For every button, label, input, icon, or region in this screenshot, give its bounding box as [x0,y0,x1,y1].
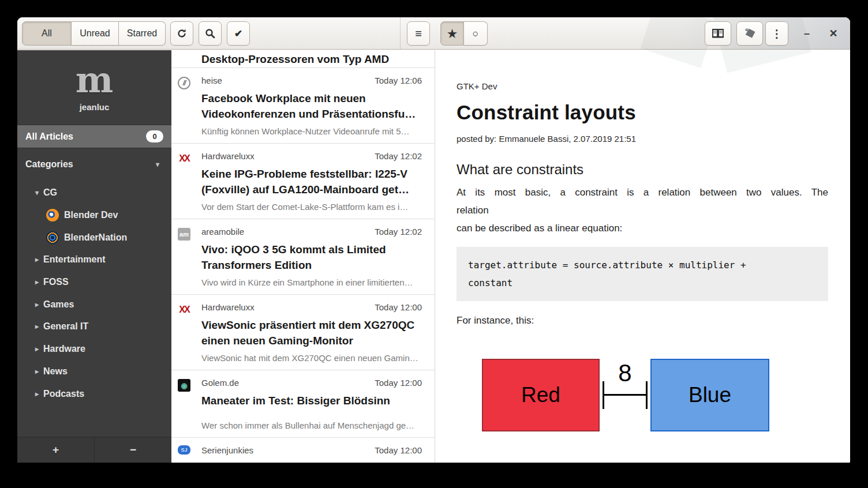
sidebar-category-games[interactable]: ▸Games [17,293,171,316]
feed-name: areamobile [201,226,244,238]
unread-toggle-button[interactable]: ○ [464,21,488,46]
chevron-right-icon[interactable]: ▸ [32,345,42,353]
article-date: Today 12:00 [375,302,422,313]
article-view: GTK+ Dev Constraint layouts posted by: E… [436,50,850,463]
tab-unread[interactable]: Unread [72,21,119,46]
article-paragraph: At its most basic, a constraint is a rel… [457,183,828,237]
constraint-value: 8 [600,361,650,385]
search-button[interactable] [199,21,222,46]
article-title: Maneater im Test: Bissiger Blödsinn [201,393,422,408]
article-heading: Constraint layouts [457,101,828,124]
hamburger-icon: ≡ [415,28,422,39]
book-icon [712,28,724,39]
article-title: ViewSonic präsentiert mit dem XG270QC ei… [201,317,422,348]
hardwareluxx-icon: XX [178,152,190,165]
blender-icon [46,209,59,222]
plus-icon: + [53,444,59,456]
refresh-button[interactable] [170,21,193,46]
sidebar-category-foss[interactable]: ▸FOSS [17,271,171,294]
section-heading: What are constraints [457,162,828,178]
chevron-right-icon[interactable]: ▸ [32,322,42,331]
tab-all-label: All [42,28,52,39]
heise-icon: // [178,77,190,89]
article-byline: posted by: Emmanuele Bassi, 2.07.2019 21… [457,134,828,144]
minus-icon: − [130,444,136,456]
tab-all[interactable]: All [22,21,72,46]
chevron-right-icon[interactable]: ▸ [32,256,42,264]
service-logo: m [17,63,171,97]
article-list-item[interactable]: Desktop-Prozessoren vom Typ AMD Ryzen 40… [171,50,435,68]
search-icon [205,28,215,39]
article-date: Today 12:00 [375,445,422,455]
sidebar-category-hardware[interactable]: ▸Hardware [17,338,171,361]
sidebar-category-news[interactable]: ▸News [17,361,171,383]
article-date: Today 12:06 [375,75,422,87]
star-toggle-button[interactable]: ★ [440,21,464,46]
chevron-right-icon[interactable]: ▸ [32,301,42,309]
star-icon: ★ [447,28,457,39]
close-icon: ✕ [829,27,837,40]
item-label: General IT [43,321,88,332]
article-list-item[interactable]: XXHardwareluxxToday 12:02Keine IPG-Probl… [171,144,435,219]
red-box: Red [482,359,600,431]
article-preview: ViewSonic hat mit dem XG270QC einen neue… [201,352,422,364]
sidebar-category-entertainment[interactable]: ▸Entertainment [17,249,171,271]
remove-feed-button[interactable]: − [94,437,171,463]
article-preview: Vivo wird in Kürze ein Smartphone in ein… [201,277,422,288]
article-title: Desktop-Prozessoren vom Typ AMD Ryzen 40… [201,51,422,68]
feed-name: Hardwareluxx [201,151,255,162]
article-title: Vivo: iQOO 3 5G kommt als Limited Transf… [201,242,422,273]
header-separator [400,17,401,49]
item-label: News [43,366,68,377]
article-list-item[interactable]: ◉Golem.deToday 12:00Maneater im Test: Bi… [171,370,435,438]
username: jeanluc [17,102,171,112]
article-title: Keine IPG-Probleme feststellbar: I225-V … [201,166,422,197]
chevron-down-icon[interactable]: ▾ [153,160,162,168]
paragraph-line: At its most basic, a constraint is a rel… [457,183,828,201]
item-label: Entertainment [43,254,106,265]
categories-label: Categories [25,159,73,170]
article-title: Facebook Workplace mit neuen Videokonfer… [201,91,422,122]
article-list-item[interactable]: XXHardwareluxxToday 12:00ViewSonic präse… [171,295,435,370]
item-label: FOSS [43,277,69,287]
article-list-item[interactable]: SJSerienjunkiesToday 12:00 [171,438,435,455]
sidebar-category-general-it[interactable]: ▸General IT [17,316,171,338]
chevron-right-icon[interactable]: ▸ [32,367,42,376]
chevron-down-icon[interactable]: ▾ [32,189,42,197]
kebab-menu-button[interactable]: ⋮ [765,21,788,46]
chevron-right-icon[interactable]: ▸ [32,278,42,286]
tag-button[interactable] [736,21,763,46]
tab-unread-label: Unread [80,28,110,39]
fullarticle-button[interactable] [705,21,731,46]
feed-name: Hardwareluxx [201,302,255,313]
sidebar-category-podcasts[interactable]: ▸Podcasts [17,382,171,405]
constraint-diagram: Red 8 Blue [482,359,828,431]
sidebar-feed-blender-dev[interactable]: Blender Dev [17,204,171,227]
sidebar-footer: + − [17,437,171,463]
hardwareluxx-icon: XX [178,303,190,316]
article-preview: Künftig können Workplace-Nutzer Videoanr… [201,126,422,137]
article-date: Today 12:02 [375,151,422,162]
article-preview: Wer schon immer als Bullenhai auf Mensch… [201,420,422,431]
add-feed-button[interactable]: + [17,437,94,463]
item-label: Games [43,299,74,310]
article-list-item[interactable]: amareamobileToday 12:02Vivo: iQOO 3 5G k… [171,219,435,295]
sidebar-feed-blendernation[interactable]: BlenderNation [17,226,171,249]
chevron-right-icon[interactable]: ▸ [32,390,42,398]
feed-name: Golem.de [201,377,239,389]
article-list-item[interactable]: //heiseToday 12:06Facebook Workplace mit… [171,68,435,144]
item-label: BlenderNation [64,232,127,243]
categories-header[interactable]: Categories ▾ [17,153,171,176]
item-label: CG [43,187,57,198]
close-button[interactable]: ✕ [824,25,843,42]
sidebar-category-cg[interactable]: ▾CG [17,182,171,204]
minimize-button[interactable]: – [798,25,816,42]
article-list: Desktop-Prozessoren vom Typ AMD Ryzen 40… [171,50,435,463]
tab-starred[interactable]: Starred [119,21,166,46]
all-articles-label: All Articles [25,132,73,142]
sidebar-item-all-articles[interactable]: All Articles 0 [17,125,171,148]
category-tree: ▾CGBlender DevBlenderNation▸Entertainmen… [17,182,171,405]
article-date: Today 12:02 [375,226,422,238]
menu-button[interactable]: ≡ [407,21,430,46]
mark-read-button[interactable]: ✔ [227,21,250,46]
